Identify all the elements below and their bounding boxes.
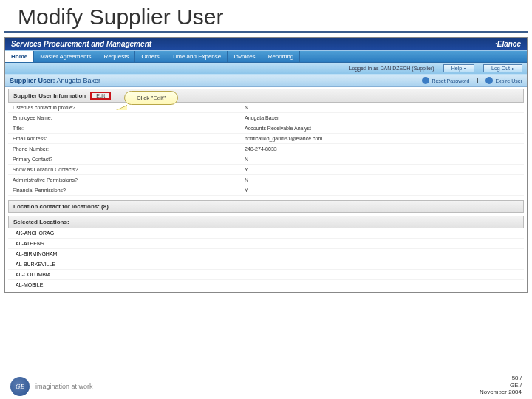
field-value: Accounts Receivable Analyst (240, 123, 524, 134)
tab-reporting[interactable]: Reporting (262, 51, 301, 62)
footer-date: November 2004 (480, 389, 522, 396)
key-icon (422, 77, 429, 84)
field-label: Financial Permissions? (8, 185, 240, 196)
table-row: Employee Name:Anugata Baxer (8, 113, 524, 123)
field-label: Show as Location Contacts? (8, 165, 240, 175)
list-item: AL-BIRMINGHAM (8, 249, 524, 259)
edit-button[interactable]: Edit (90, 92, 111, 100)
table-row: Primary Contact?N (8, 154, 524, 165)
tab-home[interactable]: Home (5, 51, 34, 62)
page-header: Supplier User: Anugata Baxer Reset Passw… (5, 74, 527, 87)
content-area: Supplier User Information Edit Listed as… (5, 87, 527, 292)
section-user-info-header: Supplier User Information Edit (8, 89, 524, 103)
footer-meta: 50 / GE / November 2004 (480, 375, 522, 396)
field-label: Email Address: (8, 134, 240, 144)
logged-in-label: Logged in as DAN DZECH (Supplier) (349, 66, 434, 71)
callout-tail-icon (117, 106, 127, 110)
list-item: AL-BURKEVILLE (8, 259, 524, 270)
brand-title: Services Procurement and Management (11, 40, 151, 48)
list-item: AK-ANCHORAG (8, 228, 524, 239)
help-label: Help (451, 66, 462, 71)
table-row: Administrative Permissions?N (8, 175, 524, 185)
help-button[interactable]: Help ▾ (443, 64, 474, 72)
table-row: Listed as contact in profile?N (8, 103, 524, 113)
brand-vendor: ·Elance (495, 40, 521, 48)
field-value: N (240, 103, 524, 113)
footer-page-number: 50 / (480, 375, 522, 382)
list-item: AL-MOBILE (8, 280, 524, 290)
section-user-info-title: Supplier User Information (13, 92, 86, 99)
ge-logo-icon (10, 377, 30, 396)
tab-requests[interactable]: Requests (98, 51, 136, 62)
field-label: Primary Contact? (8, 154, 240, 165)
page-header-value: Anugata Baxer (57, 77, 101, 84)
field-value: Y (240, 185, 524, 196)
section-selected-locations-header: Selected Locations: (8, 216, 524, 228)
utility-bar: Logged in as DAN DZECH (Supplier) Help ▾… (5, 63, 527, 74)
tab-master-agreements[interactable]: Master Agreements (34, 51, 98, 62)
field-label: Administrative Permissions? (8, 175, 240, 185)
logout-button[interactable]: Log Out ▸ (483, 64, 522, 72)
field-value: notification_garims1@elance.com (240, 134, 524, 144)
field-value: N (240, 175, 524, 185)
expire-user-label: Expire User (495, 78, 522, 83)
page-header-title: Supplier User: Anugata Baxer (10, 77, 100, 84)
list-item: AL-ATHENS (8, 239, 524, 249)
field-label: Phone Number: (8, 144, 240, 154)
section-location-count-title: Location contact for locations: (8) (13, 203, 109, 210)
primary-tabs: Home Master Agreements Requests Orders T… (5, 50, 527, 63)
callout-text: Click "Edit" (124, 91, 178, 105)
tab-invoices[interactable]: Invoices (228, 51, 262, 62)
table-row: Title:Accounts Receivable Analyst (8, 123, 524, 134)
slide-footer: imagination at work 50 / GE / November 2… (0, 375, 532, 396)
footer-brand: imagination at work (10, 377, 93, 396)
chevron-down-icon: ▾ (464, 66, 466, 71)
field-value: Y (240, 165, 524, 175)
footer-company: GE / (480, 382, 522, 389)
app-window: Services Procurement and Management ·Ela… (4, 37, 528, 293)
field-label: Title: (8, 123, 240, 134)
field-value: N (240, 154, 524, 165)
slide-title: Modify Supplier User (4, 0, 528, 33)
table-row: Show as Location Contacts?Y (8, 165, 524, 175)
table-row: Email Address:notification_garims1@elanc… (8, 134, 524, 144)
expire-user-link[interactable]: Expire User (485, 77, 522, 84)
table-row: Phone Number:248-274-8033 (8, 144, 524, 154)
reset-password-link[interactable]: Reset Password (422, 77, 469, 84)
user-x-icon (485, 77, 493, 84)
chevron-right-icon: ▸ (512, 66, 514, 71)
footer-tagline: imagination at work (35, 383, 93, 390)
reset-password-label: Reset Password (432, 78, 469, 83)
list-item: AL-COLUMBIA (8, 270, 524, 280)
table-row: Financial Permissions?Y (8, 185, 524, 196)
separator: | (477, 77, 478, 84)
locations-list: AK-ANCHORAG AL-ATHENS AL-BIRMINGHAM AL-B… (8, 228, 524, 290)
tab-time-expense[interactable]: Time and Expense (166, 51, 228, 62)
user-info-table: Listed as contact in profile?N Employee … (8, 103, 524, 196)
logout-label: Log Out (491, 66, 510, 71)
callout-annotation: Click "Edit" (124, 91, 178, 105)
tab-orders[interactable]: Orders (135, 51, 166, 62)
brand-bar: Services Procurement and Management ·Ela… (5, 38, 527, 50)
section-selected-locations-title: Selected Locations: (13, 219, 69, 225)
field-label: Employee Name: (8, 113, 240, 123)
field-value: 248-274-8033 (240, 144, 524, 154)
section-location-count-header: Location contact for locations: (8) (8, 200, 524, 213)
field-value: Anugata Baxer (240, 113, 524, 123)
page-header-label: Supplier User: (10, 77, 55, 84)
